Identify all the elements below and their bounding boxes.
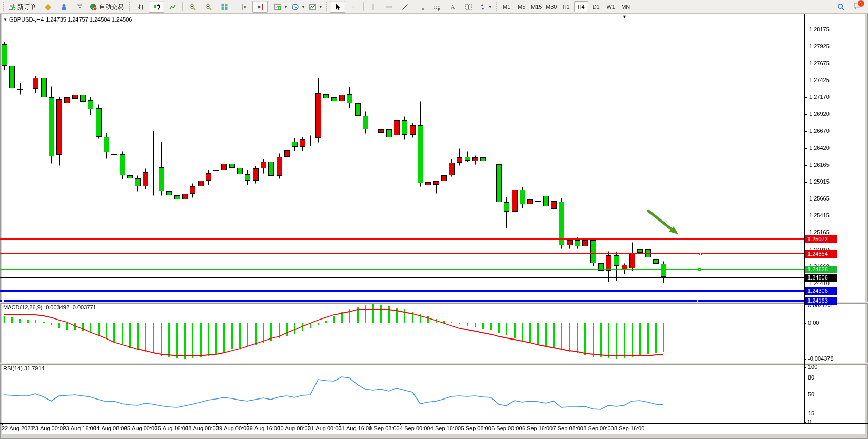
line-chart-button[interactable]	[165, 1, 180, 13]
vertical-line-tool-button[interactable]	[366, 1, 381, 13]
new-order-button[interactable]: 新订单	[6, 1, 40, 13]
price-badge: 1.24626	[805, 266, 837, 273]
notification-count-badge: 1	[857, 0, 865, 7]
vertical-line-icon	[369, 3, 377, 11]
channel-tool-button[interactable]: E	[413, 1, 429, 13]
timeframe-m1-button[interactable]: M1	[500, 1, 514, 12]
new-order-label: 新订单	[17, 3, 36, 11]
timeframe-d1-button[interactable]: D1	[589, 1, 603, 12]
navigator-button[interactable]	[72, 1, 87, 13]
rsi-indicator-label: RSI(14) 31.7914	[3, 365, 45, 371]
support-line-green-handle[interactable]	[698, 268, 701, 271]
timeframe-m5-button[interactable]: M5	[515, 1, 529, 12]
search-button[interactable]	[833, 1, 849, 13]
timeframe-w1-button[interactable]: W1	[604, 1, 618, 12]
toolbar-grip[interactable]	[496, 2, 498, 12]
bar-chart-button[interactable]	[133, 1, 148, 13]
svg-text:A: A	[451, 4, 456, 11]
tile-windows-icon	[221, 3, 228, 11]
support-line-blue-lower-handle[interactable]	[696, 300, 699, 302]
symbol-period-label: GBPUSD-,H4	[9, 16, 44, 23]
mt4-application: 新订单 自动交易	[0, 0, 868, 439]
svg-text:F: F	[438, 7, 440, 11]
macd-indicator-label: MACD(12,26,9) -0.003492 -0.003771	[3, 304, 96, 310]
chart-canvas[interactable]	[0, 14, 868, 439]
auto-scroll-button[interactable]	[236, 1, 252, 13]
notifications-button[interactable]: 1	[852, 1, 863, 12]
trendline-tool-button[interactable]	[398, 1, 413, 13]
support-line-green[interactable]	[0, 269, 804, 270]
crosshair-icon	[349, 3, 357, 11]
text-label-tool-button[interactable]: T	[461, 1, 477, 13]
toolbar-grip[interactable]	[129, 2, 131, 12]
chart-shift-marker-icon[interactable]: ▼	[622, 14, 627, 19]
chart-shift-icon	[257, 3, 264, 11]
tile-windows-button[interactable]	[216, 1, 232, 13]
auto-scroll-icon	[241, 3, 248, 11]
zoom-out-icon	[205, 3, 212, 11]
timeframe-m30-button[interactable]: M30	[544, 1, 559, 12]
new-order-icon	[8, 3, 16, 11]
horizontal-line-tool-button[interactable]	[382, 1, 397, 13]
toolbar-separator	[234, 2, 234, 11]
templates-button[interactable]: ▼	[307, 1, 324, 13]
text-icon: A	[449, 3, 457, 11]
resistance-line-upper[interactable]	[0, 238, 804, 240]
chevron-down-icon: ▼	[488, 5, 492, 9]
data-window-button[interactable]	[56, 1, 71, 13]
template-chart-icon	[309, 3, 317, 11]
crosshair-button[interactable]	[346, 1, 361, 13]
line-chart-icon	[169, 3, 176, 11]
toolbar-grip[interactable]	[326, 2, 328, 12]
autotrading-label: 自动交易	[99, 3, 124, 11]
chevron-down-icon: ▼	[301, 5, 305, 9]
zoom-in-icon	[189, 3, 196, 11]
zoom-out-button[interactable]	[201, 1, 216, 13]
price-badge: 1.25072	[805, 235, 837, 243]
price-badge: 1.24306	[805, 287, 837, 295]
support-line-blue-upper[interactable]	[0, 290, 804, 292]
fibonacci-tool-button[interactable]: F	[429, 1, 445, 13]
price-badge: 1.24854	[805, 250, 837, 258]
timeframe-h4-button[interactable]: H4	[574, 1, 588, 12]
horizontal-line-icon	[385, 3, 393, 11]
toolbar-separator	[363, 2, 364, 11]
cursor-button[interactable]	[330, 1, 345, 13]
candlestick-chart-button[interactable]	[149, 1, 164, 13]
timeframe-h1-button[interactable]: H1	[559, 1, 574, 12]
toolbar: 新订单 自动交易	[0, 0, 868, 14]
chevron-down-icon: ▼	[319, 5, 323, 9]
timeframe-m15-button[interactable]: M15	[529, 1, 544, 12]
search-icon	[837, 3, 845, 11]
signal-icon	[76, 3, 84, 11]
blue-person-icon	[60, 3, 68, 11]
bar-chart-icon	[137, 3, 145, 11]
arrows-icon	[479, 3, 486, 11]
indicators-button[interactable]: ▼	[272, 1, 289, 13]
add-indicator-icon	[274, 3, 282, 11]
autotrading-globe-icon	[90, 3, 97, 11]
price-badge: 1.24163	[805, 297, 837, 305]
candlestick-icon	[153, 3, 161, 11]
bid-price-line[interactable]	[0, 277, 804, 278]
resistance-line-lower-handle[interactable]	[699, 253, 702, 255]
toolbar-separator	[270, 2, 270, 11]
trendline-icon	[401, 3, 409, 11]
equidistant-channel-icon: E	[417, 3, 425, 11]
chart-shift-button[interactable]	[252, 1, 268, 13]
timeframe-mn-button[interactable]: MN	[619, 1, 633, 12]
support-line-blue-lower-handle[interactable]	[2, 300, 4, 302]
toolbar-grip[interactable]	[2, 2, 5, 12]
svg-text:T: T	[467, 4, 470, 10]
periods-button[interactable]: ▼	[290, 1, 307, 13]
collapse-indicator-icon[interactable]: ▼	[3, 17, 7, 22]
arrows-tool-button[interactable]: ▼	[477, 1, 494, 13]
resistance-line-lower[interactable]	[0, 253, 804, 254]
fibonacci-icon: F	[433, 3, 441, 11]
autotrading-button[interactable]: 自动交易	[88, 1, 127, 13]
support-line-blue-lower[interactable]	[0, 300, 804, 302]
market-watch-button[interactable]	[40, 1, 55, 13]
zoom-in-button[interactable]	[185, 1, 200, 13]
text-tool-button[interactable]: A	[445, 1, 461, 13]
price-badge: 1.24506	[805, 274, 837, 282]
